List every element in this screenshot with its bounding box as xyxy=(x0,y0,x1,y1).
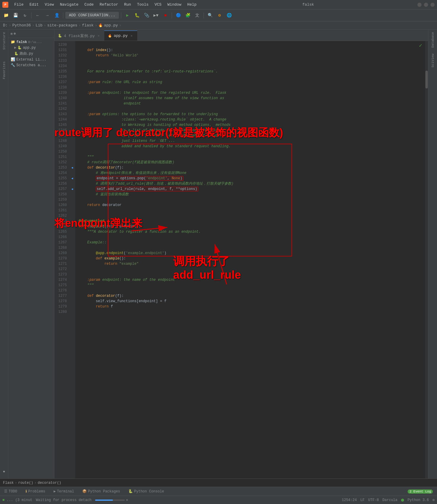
code-line-1238 xyxy=(79,85,422,90)
code-line-1248: just listens for `GET`... xyxy=(79,138,422,144)
tree-item-apppy[interactable]: ▶ 🐍 app.py xyxy=(8,45,54,50)
tab-flask-cases[interactable]: 🐍 4 flask案例.py ✕ xyxy=(54,31,104,41)
line-ending: LF xyxy=(360,498,365,502)
close-button[interactable]: ✕ xyxy=(430,3,435,7)
extra-button[interactable]: 🌐 xyxy=(225,11,233,20)
user-button[interactable]: 👤 xyxy=(53,11,61,20)
project-panel: ⊞ ⊕ 📁 falsk D:\u... ▶ 🐍 app.py 🐍 路由.py xyxy=(8,30,54,478)
code-line-1233 xyxy=(79,58,422,64)
menu-window[interactable]: Window xyxy=(165,2,184,7)
coverage-button[interactable]: 🔵 xyxy=(174,11,182,20)
encoding: UTF-8 xyxy=(368,498,379,502)
sciview-panel-label[interactable]: SciView xyxy=(431,54,435,67)
debug-button[interactable]: 🐛 xyxy=(133,11,141,20)
database-panel-label[interactable]: Database xyxy=(431,32,435,48)
code-line-1271: return "example" xyxy=(79,261,422,267)
menu-run[interactable]: Run xyxy=(122,2,133,7)
tab-bar: 🐍 4 flask案例.py ✕ 🔥 app.py ✕ xyxy=(54,30,428,41)
project-root[interactable]: 📁 falsk D:\u... xyxy=(8,39,54,45)
cursor-position: 1254:24 xyxy=(342,498,356,502)
code-line-1277: def decorator(f): xyxy=(79,293,422,299)
settings-icon[interactable]: ⚙ xyxy=(433,498,435,502)
tab-apppy[interactable]: 🔥 app.py ✕ xyxy=(104,31,137,41)
code-line-1243: :param options: the options to be forwar… xyxy=(79,112,422,117)
menu-view[interactable]: View xyxy=(42,2,56,7)
add-configuration-button[interactable]: ADD CONFIGURATION... xyxy=(65,12,119,19)
menu-navigate[interactable]: Navigate xyxy=(58,2,81,7)
vertical-scrollbar[interactable] xyxy=(425,41,428,478)
progress-fill xyxy=(95,500,113,501)
tree-item-scratches[interactable]: 🔧 Scratches a... xyxy=(8,62,54,68)
expand-arrow: ▶ xyxy=(14,45,16,50)
python-console-tab[interactable]: 🐍 Python Console xyxy=(127,489,166,494)
translate-button[interactable]: 文 xyxy=(193,11,201,20)
menu-help[interactable]: Help xyxy=(185,2,199,7)
favorites-panel-label[interactable]: Favorites xyxy=(2,61,6,79)
project-tree: 📁 falsk D:\u... ▶ 🐍 app.py 🐍 路由.py 📊 Ext… xyxy=(8,38,54,478)
back-button[interactable]: ← xyxy=(34,11,42,20)
menu-refactor[interactable]: Refactor xyxy=(97,2,120,7)
menu-code[interactable]: Code xyxy=(82,2,96,7)
run-button[interactable]: ▶ xyxy=(123,11,132,20)
bottom-breadcrumb-route[interactable]: route() xyxy=(18,481,33,485)
problems-tab[interactable]: ℹ Problems xyxy=(24,489,47,494)
bookmark-icon[interactable]: ★ xyxy=(3,469,5,474)
tab-flask-cases-close[interactable]: ✕ xyxy=(97,34,101,38)
toolbar-divider-2 xyxy=(63,12,63,18)
code-line-1240: itself assumes the name of the view func… xyxy=(79,96,422,101)
menu-vcs[interactable]: VCS xyxy=(152,2,164,7)
editor-area: 🐍 4 flask案例.py ✕ 🔥 app.py ✕ 1230 1231 12… xyxy=(54,30,428,478)
bottom-breadcrumb-sep2: › xyxy=(34,481,37,485)
maximize-button[interactable]: □ xyxy=(424,3,428,7)
minimize-button[interactable]: — xyxy=(417,3,422,7)
tab-apppy-close[interactable]: ✕ xyxy=(130,34,134,38)
breadcrumb-site-packages[interactable]: site-packages xyxy=(47,23,77,28)
menu-tools[interactable]: Tools xyxy=(135,2,151,7)
open-folder-button[interactable]: 📁 xyxy=(2,11,10,20)
breadcrumb-lib[interactable]: Lib xyxy=(36,23,42,28)
tree-item-routing[interactable]: 🐍 路由.py xyxy=(8,50,54,57)
event-log-tab[interactable]: 2 Event Log xyxy=(406,489,435,494)
todo-tab[interactable]: ☰ TODO xyxy=(2,489,19,494)
bottom-breadcrumb-flask[interactable]: Flask xyxy=(3,481,14,485)
progress-container: ✕ xyxy=(95,498,128,502)
code-line-1269: @app.endpoint('example.endpoint') xyxy=(79,251,422,256)
stop-button[interactable]: ■ xyxy=(161,11,170,20)
breadcrumb-apppy[interactable]: app.py xyxy=(104,23,118,28)
code-line-1259 xyxy=(79,197,422,202)
scrollbar-thumb[interactable] xyxy=(425,71,428,88)
code-content[interactable]: def index(): return 'Hello World' For mo… xyxy=(75,41,425,478)
breadcrumb-python36[interactable]: Python36 xyxy=(12,23,31,28)
code-line-1256: # 调用执行了add_url_rule(路径，别名，被装饰的函数内存地址，打散关… xyxy=(79,181,422,186)
bottom-breadcrumb-decorator[interactable]: decorator() xyxy=(38,481,61,485)
code-line-1280 xyxy=(79,309,422,315)
forward-button[interactable]: → xyxy=(43,11,51,20)
tree-item-external-lib[interactable]: 📊 External Li... xyxy=(8,57,54,62)
menu-file[interactable]: File xyxy=(12,2,26,7)
code-line-1247: to (``GET``, ``POST`` etc.). By default … xyxy=(79,133,422,138)
structure-panel-label[interactable]: Structure xyxy=(2,32,6,50)
code-line-1237: :param rule: the URL rule as string xyxy=(79,80,422,85)
breadcrumb-drive[interactable]: D: xyxy=(3,23,8,28)
terminal-tab[interactable]: ▶ Terminal xyxy=(52,489,76,494)
python-console-label: Python Console xyxy=(134,489,164,494)
search-button[interactable]: 🔍 xyxy=(206,11,214,20)
tree-apppy-label: app.py xyxy=(23,46,36,50)
code-line-1265: """A decorator to register a function as… xyxy=(79,229,422,234)
code-line-1242 xyxy=(79,106,422,112)
sync-button[interactable]: ↻ xyxy=(21,11,29,20)
code-line-1251: """ xyxy=(79,154,422,160)
breadcrumb-flask[interactable]: flask xyxy=(82,23,94,28)
save-button[interactable]: 💾 xyxy=(11,11,20,20)
expand-icon[interactable]: ⊕ xyxy=(14,31,16,36)
python-packages-tab[interactable]: 📦 Python Packages xyxy=(81,489,122,494)
main-content: Structure Favorites ★ ⊞ ⊕ 📁 falsk D:\u..… xyxy=(0,30,437,478)
settings-button[interactable]: ⚙ xyxy=(215,11,224,20)
code-line-1244: :class:`~werkzeug.routing.Rule` object. … xyxy=(79,117,422,122)
attach-button[interactable]: 📎 xyxy=(142,11,151,20)
more-run-button[interactable]: ▶▼ xyxy=(152,11,160,20)
menu-edit[interactable]: Edit xyxy=(27,2,41,7)
plugins-button[interactable]: 🧩 xyxy=(184,11,192,20)
stop-process-icon[interactable]: ✕ xyxy=(126,498,128,502)
code-line-1261 xyxy=(79,208,422,213)
